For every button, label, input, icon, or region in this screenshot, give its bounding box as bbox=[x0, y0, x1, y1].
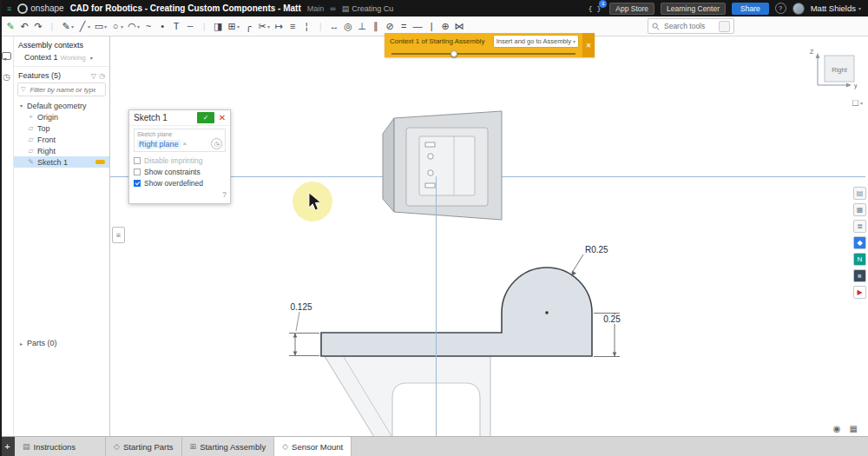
clear-selection-icon[interactable]: × bbox=[183, 140, 187, 148]
context-item[interactable]: Context 1 Working ▾ bbox=[14, 52, 109, 67]
tab-starting-assembly[interactable]: ⊞ Starting Assembly bbox=[182, 437, 275, 456]
share-button[interactable]: Share bbox=[732, 3, 769, 15]
banner-close-button[interactable]: ✕ bbox=[582, 33, 595, 57]
pattern-tool[interactable]: ⊞ ▾ bbox=[225, 17, 241, 35]
extend-tool[interactable]: ↦ bbox=[272, 17, 286, 35]
coincident-constraint[interactable]: ◎ bbox=[341, 17, 355, 35]
offset-tool[interactable]: ≡ bbox=[286, 17, 299, 35]
help-icon[interactable]: ? bbox=[222, 190, 227, 199]
tab-starting-parts[interactable]: ◇ Starting Parts bbox=[106, 437, 181, 456]
rail-list-icon[interactable]: ≣ bbox=[853, 220, 866, 233]
circle-tool[interactable]: ○ ▾ bbox=[108, 17, 125, 35]
tab-instructions[interactable]: ▤ Instructions bbox=[15, 437, 106, 456]
feature-right-plane[interactable]: ▱ Right bbox=[14, 145, 109, 156]
rail-extension-teal-icon[interactable]: N bbox=[853, 253, 866, 266]
tangent-constraint[interactable]: ⊘ bbox=[383, 17, 397, 35]
vertical-constraint[interactable]: | bbox=[424, 17, 438, 35]
add-tab-button[interactable]: + bbox=[0, 437, 15, 456]
dimension-thickness[interactable] bbox=[289, 312, 319, 356]
fix-constraint[interactable]: ⊕ bbox=[438, 17, 452, 35]
rollback-icon[interactable]: ◷ bbox=[99, 72, 105, 80]
divider[interactable]: | bbox=[45, 17, 59, 35]
history-icon[interactable]: ◷ bbox=[211, 138, 222, 149]
feature-sketch-1[interactable]: ✎ Sketch 1 bbox=[14, 156, 109, 168]
undo-button[interactable]: ↶ bbox=[17, 17, 31, 35]
dimension-thickness-label[interactable]: 0.125 bbox=[290, 302, 312, 312]
text-tool[interactable]: T bbox=[169, 17, 183, 35]
fillet-tool[interactable]: ╭ bbox=[241, 17, 255, 35]
sketch-plane-value[interactable]: Right plane bbox=[137, 140, 181, 149]
rail-extension-blue-icon[interactable]: ◆ bbox=[853, 236, 866, 249]
tool-search[interactable] bbox=[648, 18, 734, 34]
app-store-button[interactable]: App Store bbox=[609, 3, 654, 15]
insert-assembly-dropdown[interactable]: Insert and go to Assembly ▾ bbox=[493, 35, 579, 48]
view-cube[interactable]: Right Z y bbox=[799, 43, 861, 94]
dimension-radius[interactable]: R0.25 bbox=[571, 245, 608, 276]
avatar[interactable] bbox=[792, 3, 805, 15]
arc-center-point[interactable] bbox=[545, 311, 549, 314]
comments-icon[interactable] bbox=[2, 52, 11, 60]
part-3d[interactable] bbox=[383, 111, 502, 220]
dimension-height-label[interactable]: 0.25 bbox=[603, 314, 621, 324]
branch-label[interactable]: Main bbox=[307, 4, 325, 13]
feature-filter[interactable]: ▽ bbox=[17, 83, 106, 96]
scene-settings-button[interactable]: ▦ bbox=[850, 424, 858, 433]
checkbox-show-constraints[interactable]: Show constraints bbox=[134, 166, 226, 177]
feature-top-plane[interactable]: ▱ Top bbox=[14, 122, 109, 134]
tab-sensor-mount[interactable]: ◇ Sensor Mount bbox=[274, 437, 352, 456]
tree-node-default-geometry[interactable]: ▾ Default geometry bbox=[14, 100, 109, 111]
divider[interactable]: | bbox=[197, 17, 211, 35]
user-menu[interactable]: Matt Shields ▾ bbox=[811, 3, 861, 13]
line-tool[interactable]: ╱ ▾ bbox=[76, 17, 92, 35]
perpendicular-constraint[interactable]: ⊥ bbox=[355, 17, 369, 35]
parts-header[interactable]: ▸ Parts (0) bbox=[14, 339, 109, 347]
rail-grid-icon[interactable]: ▦ bbox=[853, 203, 866, 216]
redo-button[interactable]: ↷ bbox=[31, 17, 45, 35]
onshape-logo[interactable]: onshape bbox=[17, 3, 63, 14]
app-menu-icon[interactable]: ≡ bbox=[7, 4, 11, 13]
rail-video-icon[interactable]: ▶ bbox=[853, 286, 866, 299]
parallel-constraint[interactable]: ∥ bbox=[369, 17, 383, 35]
rectangle-tool[interactable]: ▭ ▾ bbox=[92, 17, 108, 35]
rail-extension-dark-icon[interactable]: ■ bbox=[853, 269, 866, 282]
tree-expand-icon[interactable]: ▾ bbox=[18, 102, 24, 109]
display-options-button[interactable]: ◉ bbox=[833, 424, 841, 433]
document-tab[interactable]: ▤ Creating Cu bbox=[342, 4, 394, 13]
learning-center-button[interactable]: Learning Center bbox=[661, 3, 726, 15]
checkbox-show-overdefined[interactable]: Show overdefined bbox=[134, 177, 226, 188]
help-icon[interactable]: ? bbox=[775, 3, 786, 14]
model-canvas[interactable]: 0.125 0.25 R0.25 bbox=[0, 0, 868, 456]
symmetry-constraint[interactable]: ⋈ bbox=[452, 17, 466, 35]
panel-collapse-handle[interactable]: ≣ bbox=[112, 227, 125, 243]
sketch-profile[interactable] bbox=[321, 268, 592, 356]
checkbox-disable-imprinting[interactable]: Disable imprinting bbox=[134, 155, 226, 166]
feature-origin[interactable]: + Origin bbox=[14, 111, 109, 122]
context-slider[interactable] bbox=[391, 50, 575, 57]
sketch-button[interactable]: ✎ ▾ bbox=[59, 17, 76, 35]
construction-tool[interactable]: ┄ bbox=[183, 17, 197, 35]
context-slider-handle[interactable] bbox=[450, 50, 457, 57]
history-icon[interactable]: ◷ bbox=[3, 72, 10, 82]
dimension-radius-label[interactable]: R0.25 bbox=[585, 245, 608, 254]
spline-tool[interactable]: ~ bbox=[141, 17, 155, 35]
search-input[interactable] bbox=[662, 21, 716, 31]
slider-track[interactable] bbox=[391, 53, 575, 55]
part-section-outline[interactable] bbox=[325, 356, 490, 437]
view-options-button[interactable]: □ ▾ bbox=[852, 97, 863, 108]
arc-tool[interactable]: ◠ ▾ bbox=[125, 17, 141, 35]
mirror-tool[interactable]: ◨ bbox=[211, 17, 225, 35]
point-tool[interactable]: • bbox=[155, 17, 169, 35]
cancel-button[interactable]: ✕ bbox=[217, 113, 227, 122]
split-tool[interactable]: ¦ bbox=[299, 17, 313, 35]
trim-tool[interactable]: ✂ ▾ bbox=[255, 17, 272, 35]
feature-filter-input[interactable] bbox=[28, 85, 97, 95]
equal-constraint[interactable]: = bbox=[397, 17, 411, 35]
horizontal-constraint[interactable]: ― bbox=[411, 17, 424, 35]
divider[interactable]: | bbox=[313, 17, 327, 35]
rail-panel-icon[interactable]: ▤ bbox=[853, 187, 866, 200]
feature-script-icon[interactable]: { }1 bbox=[586, 4, 603, 12]
filter-icon[interactable]: ▽ bbox=[91, 72, 96, 80]
link-icon[interactable]: ∞ bbox=[330, 4, 335, 13]
dimension-tool[interactable]: ↔ bbox=[327, 17, 341, 35]
feature-front-plane[interactable]: ▱ Front bbox=[14, 134, 109, 145]
